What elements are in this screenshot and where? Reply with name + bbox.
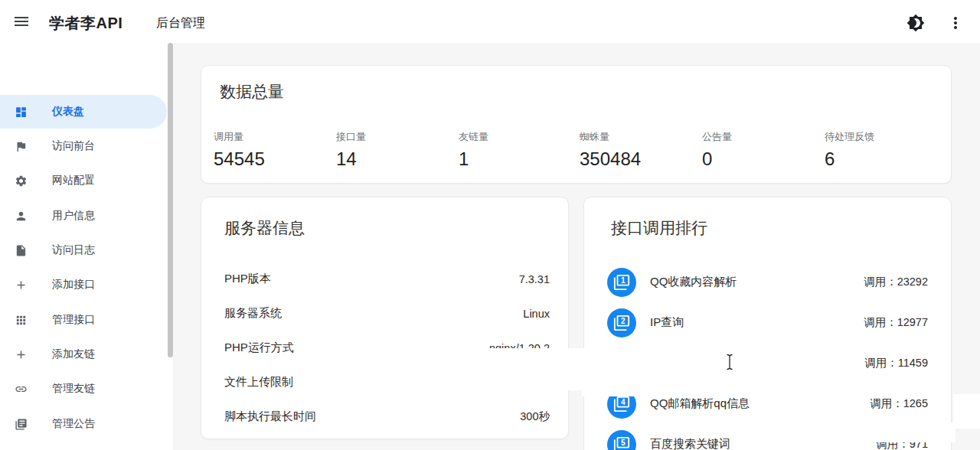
api-name: QQ邮箱解析qq信息 [650, 396, 750, 411]
sidebar-item-site-config[interactable]: 网站配置 [0, 164, 167, 197]
api-call-count: 调用：12977 [864, 315, 928, 330]
sidebar-scrollbar[interactable] [168, 43, 173, 357]
data-overview-card: 数据总量 调用量 54545 接口量 14 友链量 1 蜘蛛量 350484 [201, 65, 952, 184]
file-icon [15, 244, 28, 257]
stat-pending-feedback: 待处理反馈 6 [825, 130, 947, 170]
svg-text:2: 2 [621, 316, 626, 324]
server-row-max-exec-time: 脚本执行最长时间 300秒 [201, 399, 568, 434]
main-content: 数据总量 调用量 54545 接口量 14 友链量 1 蜘蛛量 350484 [173, 43, 980, 450]
rank-1-badge-icon: 1 [607, 268, 636, 297]
sidebar-item-label: 访问前台 [52, 139, 95, 153]
dashboard-icon [15, 106, 28, 119]
sidebar-item-dashboard[interactable]: 仪表盘 [0, 95, 167, 129]
rank-2-badge-icon: 2 [607, 308, 636, 338]
ranking-row: 2 IP查询 调用：12977 [584, 302, 951, 343]
more-options-icon[interactable] [946, 14, 965, 32]
sidebar-nav: 仪表盘 访问前台 网站配置 用户信息 访问日志 添加接口 管理接口 添加友链 [0, 43, 173, 450]
svg-text:1: 1 [621, 276, 626, 284]
plus-icon [15, 348, 28, 361]
menu-icon[interactable] [12, 12, 31, 31]
repaint-artifact [582, 348, 844, 396]
app-title: 学者李API [49, 13, 122, 34]
sidebar-item-access-log[interactable]: 访问日志 [0, 233, 167, 267]
server-row-php-version: PHP版本 7.3.31 [201, 262, 568, 296]
stat-spiders: 蜘蛛量 350484 [580, 130, 702, 170]
text-cursor-icon [726, 354, 733, 370]
top-app-bar: 学者李API 后台管理 [0, 0, 980, 43]
stat-links: 友链量 1 [459, 130, 580, 170]
sidebar-item-manage-links[interactable]: 管理友链 [0, 372, 167, 406]
api-call-count: 调用：11459 [864, 356, 928, 370]
link-icon [15, 383, 28, 396]
server-info-card: 服务器信息 PHP版本 7.3.31 服务器系统 Linux PHP运行方式 n… [201, 197, 569, 439]
sidebar-item-label: 访问日志 [52, 243, 95, 257]
sidebar-item-add-api[interactable]: 添加接口 [0, 268, 167, 302]
card-title: 服务器信息 [224, 217, 305, 239]
sidebar-item-label: 网站配置 [52, 174, 95, 188]
api-name: QQ收藏内容解析 [650, 275, 737, 289]
sidebar-item-label: 添加接口 [52, 278, 95, 292]
sidebar-item-user-info[interactable]: 用户信息 [0, 199, 167, 233]
sidebar-item-label: 添加友链 [52, 347, 95, 361]
page-subtitle: 后台管理 [156, 15, 205, 31]
sidebar-item-label: 管理公告 [52, 417, 95, 431]
svg-text:4: 4 [621, 397, 626, 406]
dark-mode-toggle-icon[interactable] [906, 14, 925, 32]
sidebar-item-label: 用户信息 [52, 209, 95, 223]
repaint-artifact [458, 348, 583, 390]
admin-dashboard: 学者李API 后台管理 仪表盘 访问前台 网站配置 用户信息 访问日志 添加接口 [0, 0, 980, 450]
stat-apis: 接口量 14 [336, 130, 459, 170]
sidebar-item-label: 仪表盘 [52, 105, 84, 119]
sidebar-item-label: 管理接口 [52, 313, 95, 327]
apps-grid-icon [15, 314, 28, 327]
rank-5-badge-icon: 5 [607, 430, 636, 450]
stats-row: 调用量 54545 接口量 14 友链量 1 蜘蛛量 350484 公告量 [214, 130, 947, 170]
server-row-os: 服务器系统 Linux [201, 296, 568, 331]
gear-icon [15, 174, 28, 188]
api-call-count: 调用：23292 [864, 275, 928, 289]
svg-text:5: 5 [621, 438, 626, 446]
api-call-count: 调用：1265 [870, 396, 928, 411]
minus-icon [15, 447, 28, 450]
api-name: 百度搜索关键词 [650, 437, 730, 450]
sidebar-item-visit-front[interactable]: 访问前台 [0, 129, 167, 163]
stat-announcements: 公告量 0 [702, 130, 825, 170]
ranking-row: 1 QQ收藏内容解析 调用：23292 [584, 262, 951, 302]
flag-icon [15, 140, 28, 153]
sidebar-item-label: 管理友链 [52, 382, 95, 396]
repaint-artifact [953, 394, 980, 429]
api-name: IP查询 [650, 315, 684, 330]
card-title: 数据总量 [220, 81, 284, 103]
stat-calls: 调用量 54545 [214, 130, 336, 170]
library-icon [15, 418, 28, 431]
person-icon [15, 210, 28, 223]
card-title: 接口调用排行 [611, 217, 707, 239]
sidebar-item-manage-announcements[interactable]: 管理公告 [0, 407, 167, 441]
sidebar-item-add-link[interactable]: 添加友链 [0, 338, 167, 371]
sidebar-item-manage-api[interactable]: 管理接口 [0, 303, 167, 337]
api-ranking-card: 接口调用排行 1 QQ收藏内容解析 调用：23292 2 IP查询 调用：129… [583, 197, 952, 450]
repaint-artifact [871, 422, 956, 442]
plus-icon [15, 279, 28, 292]
